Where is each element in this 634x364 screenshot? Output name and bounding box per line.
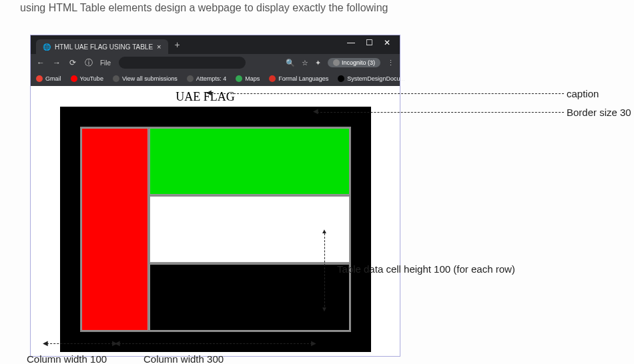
incognito-icon [333, 59, 340, 66]
annotation-caption: caption [567, 88, 599, 99]
annotation-arrow-col2 [119, 343, 312, 344]
search-icon[interactable]: 🔍 [286, 59, 295, 67]
annotation-col2: Column width 300 [143, 353, 224, 364]
url-input[interactable] [119, 57, 246, 69]
instruction-text: using HTML Table elements design a webpa… [20, 2, 388, 14]
annotation-arrow-height [324, 233, 325, 307]
cell-red [81, 128, 148, 331]
annotation-col1: Column width 100 [27, 353, 107, 364]
url-prefix: File [100, 59, 111, 67]
incognito-badge: Incognito (3) [328, 58, 380, 67]
bookmark-submissions[interactable]: View all submissions [113, 75, 178, 82]
close-tab-icon[interactable]: × [157, 43, 161, 51]
annotation-arrow-caption [210, 93, 564, 94]
browser-tab[interactable]: 🌐 HTML UAE FLAG USING TABLE × [36, 39, 168, 54]
bookmark-system[interactable]: SystemDesignDocu... [338, 75, 405, 82]
extension-icon[interactable]: ✦ [315, 59, 321, 67]
cell-black [149, 264, 350, 331]
url-bar: ← → ⟳ ⓘ File 🔍 ☆ ✦ Incognito (3) ⋮ [31, 54, 400, 71]
bookmarks-bar: Gmail YouTube View all submissions Attem… [31, 71, 400, 86]
minimize-icon[interactable]: — [347, 38, 355, 47]
titlebar: 🌐 HTML UAE FLAG USING TABLE × + — ☐ ✕ [31, 35, 400, 54]
page-content: UAE FLAG [31, 86, 400, 356]
forward-icon[interactable]: → [52, 58, 61, 67]
browser-window: 🌐 HTML UAE FLAG USING TABLE × + — ☐ ✕ ← … [30, 35, 400, 357]
annotation-arrow-border [317, 112, 564, 113]
annotation-border: Border size 30 black color [567, 107, 634, 118]
bookmark-formal[interactable]: Formal Languages [269, 75, 328, 82]
new-tab-button[interactable]: + [168, 39, 187, 50]
bookmark-youtube[interactable]: YouTube [71, 75, 103, 82]
annotation-arrow-col1 [47, 343, 113, 344]
globe-icon: 🌐 [43, 43, 51, 51]
back-icon[interactable]: ← [36, 58, 45, 67]
reload-icon[interactable]: ⟳ [68, 58, 77, 67]
cell-green [149, 128, 350, 195]
close-icon[interactable]: ✕ [384, 38, 390, 47]
tab-title: HTML UAE FLAG USING TABLE [55, 43, 153, 51]
bookmark-attempts[interactable]: Attempts: 4 [187, 75, 227, 82]
table-row [81, 128, 350, 195]
cell-white [149, 196, 350, 263]
star-icon[interactable]: ☆ [302, 59, 308, 67]
bookmark-maps[interactable]: Maps [236, 75, 260, 82]
info-icon[interactable]: ⓘ [84, 57, 93, 69]
maximize-icon[interactable]: ☐ [366, 38, 373, 47]
table-caption: UAE FLAG [105, 90, 306, 104]
menu-icon[interactable]: ⋮ [387, 59, 394, 67]
annotation-height: Table data cell height 100 (for each row… [337, 263, 515, 275]
bookmark-gmail[interactable]: Gmail [36, 75, 61, 82]
